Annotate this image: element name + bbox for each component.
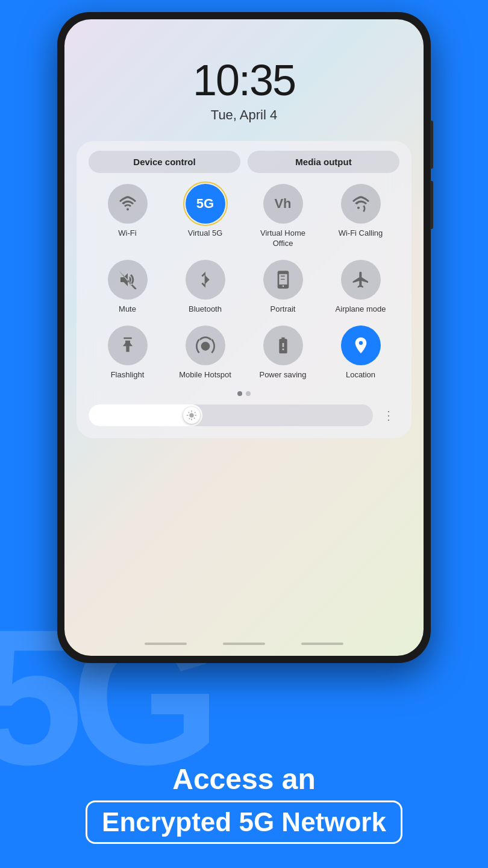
flashlight-icon-btn[interactable] — [108, 326, 148, 365]
power-saving-icon-btn[interactable] — [263, 326, 303, 365]
hotspot-icon — [196, 336, 215, 355]
airplane-mode-control[interactable]: Airplane mode — [331, 260, 391, 315]
mute-icon-btn[interactable] — [108, 260, 148, 300]
virtual-5g-icon-btn[interactable]: 5G — [186, 184, 225, 224]
airplane-mode-icon-btn[interactable] — [341, 260, 381, 300]
location-icon — [351, 336, 371, 355]
clock-area: 10:35 Tue, April 4 — [64, 19, 424, 135]
location-label: Location — [346, 370, 375, 380]
volume-button — [430, 181, 433, 229]
access-line1: Access an — [24, 763, 464, 796]
dot-2 — [246, 391, 251, 396]
mobile-hotspot-icon-btn[interactable] — [186, 326, 225, 365]
brightness-handle[interactable] — [183, 407, 200, 424]
top-buttons-row: Device control Media output — [89, 151, 399, 173]
brightness-slider[interactable] — [89, 404, 373, 426]
wifi-icon — [118, 194, 137, 213]
control-row-1: Wi-Fi 5G Virtual 5G Vh Virtual Home Offi… — [89, 184, 399, 249]
mute-label: Mute — [119, 304, 136, 315]
wifi-calling-control[interactable]: Wi-Fi Calling — [331, 184, 391, 249]
phone-screen: 10:35 Tue, April 4 Device control Media … — [64, 19, 424, 656]
location-icon-btn[interactable] — [341, 326, 381, 365]
dot-1 — [237, 391, 242, 396]
flashlight-icon — [118, 336, 137, 355]
mute-control[interactable]: Mute — [98, 260, 158, 315]
wifi-calling-icon-btn[interactable] — [341, 184, 381, 224]
wifi-label: Wi-Fi — [118, 228, 136, 239]
mute-icon — [118, 270, 137, 289]
portrait-control[interactable]: Portrait — [253, 260, 313, 315]
power-saving-label: Power saving — [259, 370, 306, 380]
nav-line-1 — [145, 643, 187, 645]
bluetooth-label: Bluetooth — [189, 304, 222, 315]
bottom-text-section: Access an Encrypted 5G Network — [0, 763, 488, 844]
virtual-home-office-control[interactable]: Vh Virtual Home Office — [253, 184, 313, 249]
virtual-5g-label: Virtual 5G — [188, 228, 223, 239]
flashlight-label: Flashlight — [111, 370, 145, 380]
control-panel: Device control Media output Wi-Fi 5G — [77, 141, 411, 438]
wifi-calling-label: Wi-Fi Calling — [339, 228, 383, 239]
bluetooth-icon-btn[interactable] — [186, 260, 225, 300]
access-line2-wrapper: Encrypted 5G Network — [86, 800, 402, 844]
virtual-5g-control[interactable]: 5G Virtual 5G — [175, 184, 236, 249]
location-control[interactable]: Location — [331, 326, 391, 380]
bottom-nav — [145, 643, 343, 645]
phone-frame: 10:35 Tue, April 4 Device control Media … — [57, 12, 431, 663]
bluetooth-icon — [196, 270, 215, 289]
clock-time: 10:35 — [64, 55, 424, 105]
5g-text: 5G — [196, 196, 214, 212]
power-saving-icon — [274, 336, 293, 355]
vh-text: Vh — [274, 196, 291, 212]
brightness-more-button[interactable]: ⋮ — [378, 406, 399, 425]
flashlight-control[interactable]: Flashlight — [98, 326, 158, 380]
mobile-hotspot-label: Mobile Hotspot — [179, 370, 231, 380]
device-control-button[interactable]: Device control — [89, 151, 240, 173]
media-output-button[interactable]: Media output — [248, 151, 399, 173]
portrait-icon — [274, 270, 293, 289]
nav-line-3 — [301, 643, 343, 645]
bluetooth-control[interactable]: Bluetooth — [175, 260, 236, 315]
wifi-icon-btn[interactable] — [108, 184, 148, 224]
clock-date: Tue, April 4 — [64, 107, 424, 123]
airplane-icon — [351, 270, 371, 289]
wifi-control[interactable]: Wi-Fi — [98, 184, 158, 249]
mobile-hotspot-control[interactable]: Mobile Hotspot — [175, 326, 236, 380]
brightness-row: ⋮ — [89, 404, 399, 426]
power-button — [430, 121, 433, 169]
portrait-icon-btn[interactable] — [263, 260, 303, 300]
wifi-calling-icon — [351, 194, 371, 213]
power-saving-control[interactable]: Power saving — [253, 326, 313, 380]
brightness-fill — [89, 404, 202, 426]
virtual-home-office-icon-btn[interactable]: Vh — [263, 184, 303, 224]
access-line2: Encrypted 5G Network — [102, 807, 386, 837]
portrait-label: Portrait — [271, 304, 296, 315]
nav-line-2 — [223, 643, 265, 645]
control-row-2: Mute Bluetooth P — [89, 260, 399, 315]
pagination-dots — [89, 391, 399, 396]
airplane-mode-label: Airplane mode — [336, 304, 386, 315]
virtual-home-office-label: Virtual Home Office — [253, 228, 313, 249]
sun-icon — [186, 410, 197, 421]
control-row-3: Flashlight Mobile Hotspot — [89, 326, 399, 380]
